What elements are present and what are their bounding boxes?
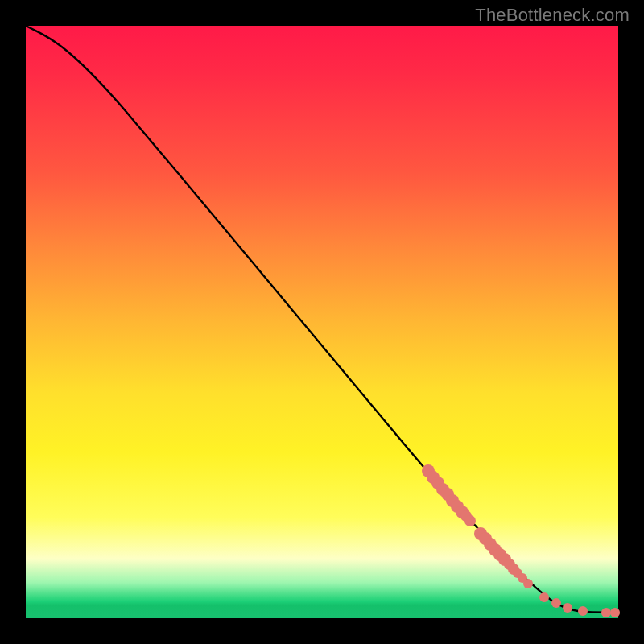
attribution-label: TheBottleneck.com xyxy=(475,5,630,26)
data-point-marker xyxy=(578,606,588,616)
data-point-marker xyxy=(539,592,549,602)
data-point-marker xyxy=(551,598,561,608)
chart-frame: TheBottleneck.com xyxy=(0,0,644,644)
bottleneck-curve xyxy=(26,26,618,618)
plot-area xyxy=(26,26,618,618)
curve-line xyxy=(26,26,618,613)
data-point-marker xyxy=(610,608,620,617)
